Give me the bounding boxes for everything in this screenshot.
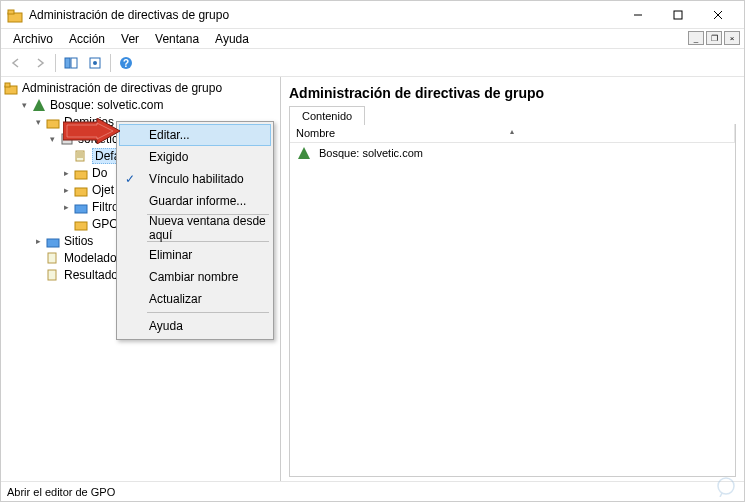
domains-folder-icon — [45, 114, 61, 130]
svg-rect-20 — [75, 205, 87, 213]
expand-icon[interactable]: ▸ — [59, 168, 73, 178]
context-menu-ayuda[interactable]: Ayuda — [119, 315, 271, 337]
mdi-minimize-button[interactable]: _ — [688, 31, 704, 45]
menu-accion[interactable]: Acción — [61, 30, 113, 48]
context-menu-nueva-ventana[interactable]: Nueva ventana desde aquí — [119, 217, 271, 239]
expand-icon[interactable]: ▾ — [31, 117, 45, 127]
context-menu-editar[interactable]: Editar... — [119, 124, 271, 146]
toolbar: ? — [1, 49, 744, 77]
svg-rect-24 — [48, 270, 56, 280]
help-button[interactable]: ? — [115, 52, 137, 74]
column-header-nombre-label: Nombre — [296, 127, 335, 139]
context-menu-guardar-informe[interactable]: Guardar informe... — [119, 190, 271, 212]
annotation-arrow-icon — [63, 118, 121, 146]
content-pane: Administración de directivas de grupo Co… — [281, 77, 744, 481]
sort-ascending-icon: ▴ — [510, 127, 514, 136]
menu-archivo[interactable]: Archivo — [5, 30, 61, 48]
content-list[interactable]: Nombre ▴ Bosque: solvetic.com — [289, 124, 736, 477]
svg-text:?: ? — [123, 58, 129, 69]
show-hide-tree-button[interactable] — [60, 52, 82, 74]
context-menu-actualizar[interactable]: Actualizar — [119, 288, 271, 310]
forest-icon — [296, 145, 312, 161]
info-bubble-icon — [716, 477, 736, 497]
report-icon — [45, 267, 61, 283]
minimize-button[interactable] — [618, 1, 658, 29]
svg-point-9 — [93, 61, 97, 65]
ou-icon — [73, 165, 89, 181]
svg-rect-3 — [674, 11, 682, 19]
context-menu-cambiar-nombre[interactable]: Cambiar nombre — [119, 266, 271, 288]
expand-icon[interactable]: ▾ — [17, 100, 31, 110]
context-menu: Editar... Exigido ✓ Vínculo habilitado G… — [116, 121, 274, 340]
refresh-options-button[interactable] — [84, 52, 106, 74]
status-bar: Abrir el editor de GPO — [1, 481, 744, 501]
list-item-label: Bosque: solvetic.com — [319, 147, 423, 159]
filter-folder-icon — [73, 199, 89, 215]
gpo-link-icon — [73, 148, 89, 164]
svg-rect-19 — [75, 188, 87, 196]
folder-icon — [73, 182, 89, 198]
window-title: Administración de directivas de grupo — [29, 8, 618, 22]
tab-contenido[interactable]: Contenido — [289, 106, 365, 125]
maximize-button[interactable] — [658, 1, 698, 29]
forward-button[interactable] — [29, 52, 51, 74]
svg-rect-22 — [47, 239, 59, 247]
report-icon — [45, 250, 61, 266]
back-button[interactable] — [5, 52, 27, 74]
context-menu-eliminar[interactable]: Eliminar — [119, 244, 271, 266]
tree-dc-label: Do — [92, 166, 107, 180]
column-header-nombre[interactable]: Nombre ▴ — [290, 124, 735, 142]
tree-root[interactable]: Administración de directivas de grupo — [1, 79, 280, 96]
expand-icon[interactable]: ▾ — [45, 134, 59, 144]
svg-rect-7 — [71, 58, 77, 68]
tree-root-label: Administración de directivas de grupo — [22, 81, 222, 95]
app-icon — [7, 7, 23, 23]
expand-icon[interactable]: ▸ — [31, 236, 45, 246]
svg-rect-13 — [5, 83, 10, 87]
expand-icon[interactable]: ▸ — [59, 185, 73, 195]
content-heading: Administración de directivas de grupo — [289, 81, 736, 105]
sites-icon — [45, 233, 61, 249]
context-menu-vinculo-habilitado[interactable]: ✓ Vínculo habilitado — [119, 168, 271, 190]
list-item[interactable]: Bosque: solvetic.com — [290, 143, 735, 163]
tree-forest-label: Bosque: solvetic.com — [50, 98, 163, 112]
close-button[interactable] — [698, 1, 738, 29]
menu-ayuda[interactable]: Ayuda — [207, 30, 257, 48]
status-text: Abrir el editor de GPO — [7, 486, 115, 498]
mdi-close-button[interactable]: × — [724, 31, 740, 45]
svg-marker-26 — [63, 118, 120, 144]
svg-rect-6 — [65, 58, 70, 68]
svg-rect-1 — [8, 10, 14, 14]
svg-marker-25 — [298, 147, 310, 159]
menu-ventana[interactable]: Ventana — [147, 30, 207, 48]
svg-rect-15 — [47, 120, 59, 128]
gpmc-icon — [3, 80, 19, 96]
svg-rect-23 — [48, 253, 56, 263]
tree-objects-label: Ojet — [92, 183, 114, 197]
mdi-restore-button[interactable]: ❐ — [706, 31, 722, 45]
tree-sites-label: Sitios — [64, 234, 93, 248]
menu-ver[interactable]: Ver — [113, 30, 147, 48]
forest-icon — [31, 97, 47, 113]
tree-forest[interactable]: ▾ Bosque: solvetic.com — [1, 96, 280, 113]
title-bar: Administración de directivas de grupo — [1, 1, 744, 29]
svg-marker-14 — [33, 99, 45, 111]
folder-icon — [73, 216, 89, 232]
context-menu-exigido[interactable]: Exigido — [119, 146, 271, 168]
check-icon: ✓ — [125, 172, 135, 186]
svg-rect-21 — [75, 222, 87, 230]
svg-point-28 — [718, 478, 734, 494]
expand-icon[interactable]: ▸ — [59, 202, 73, 212]
svg-rect-18 — [75, 171, 87, 179]
menu-bar: Archivo Acción Ver Ventana Ayuda _ ❐ × — [1, 29, 744, 49]
